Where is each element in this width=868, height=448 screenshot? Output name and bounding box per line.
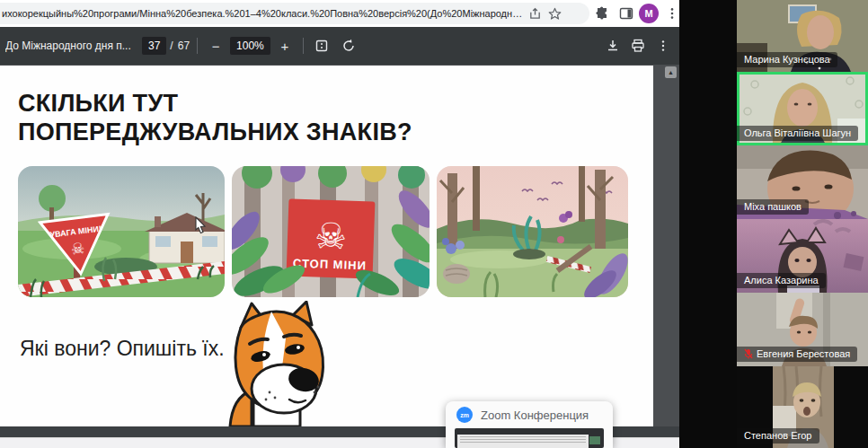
participant-tile[interactable]: Степанов Егор [737, 366, 868, 448]
download-icon[interactable] [602, 35, 624, 57]
side-panel-icon[interactable] [616, 4, 636, 23]
rotate-icon[interactable] [338, 35, 359, 57]
slide-heading: СКІЛЬКИ ТУТ ПОПЕРЕДЖУВАЛЬНИХ ЗНАКІВ? [18, 89, 412, 146]
url-text[interactable]: ихокорекцыйны%20програми/Мінна%20безпека… [0, 8, 525, 19]
mouse-cursor [193, 216, 208, 238]
participant-name-with-mute: Евгения Берестовая [737, 347, 857, 362]
page-separator: / [170, 40, 173, 52]
slide-heading-line1: СКІЛЬКИ ТУТ [18, 89, 412, 118]
participant-tile[interactable]: Алиса Казарина [737, 219, 868, 293]
participant-tile[interactable]: Евгения Берестовая [737, 293, 868, 366]
zoom-taskbar-preview[interactable]: zm Zoom Конференция [446, 401, 613, 448]
skull-crossbones-icon: ☠ [314, 215, 347, 256]
zoom-app-icon: zm [456, 407, 473, 423]
participant-name: Евгения Берестовая [757, 348, 850, 359]
zoom-out-button[interactable]: − [205, 35, 226, 57]
slide-question: Які вони? Опишіть їх. [20, 337, 225, 361]
participant-tile-active-speaker[interactable]: Ольга Віталіївна Шагун [737, 72, 868, 145]
zoom-screenshare-view: ихокорекцыйны%20програми/Мінна%20безпека… [0, 0, 868, 448]
illustration-row: УВАГА МІНИ! ☠ [0, 166, 653, 297]
slide-heading-line2: ПОПЕРЕДЖУВАЛЬНИХ ЗНАКІВ? [18, 118, 412, 146]
participant-tile[interactable]: Марина Кузнєцова [737, 0, 868, 72]
skull-icon: ☠ [70, 240, 85, 259]
zoom-in-button[interactable]: + [274, 35, 296, 57]
illustration-stop-mines-sign: ☠ СТОП МІНИ [232, 166, 430, 297]
page-number-input[interactable]: 37 [142, 37, 166, 55]
slide-page: СКІЛЬКИ ТУТ ПОПЕРЕДЖУВАЛЬНИХ ЗНАКІВ? [0, 66, 653, 426]
address-bar[interactable]: ихокорекцыйны%20програми/Мінна%20безпека… [0, 3, 589, 24]
dog-mascot [214, 301, 332, 426]
total-pages: 67 [178, 40, 190, 52]
bookmark-star-icon[interactable] [545, 4, 564, 23]
pdf-document-title: До Міжнародного дня п... [5, 40, 138, 52]
browser-toolbar: ихокорекцыйны%20програми/Мінна%20безпека… [0, 0, 679, 27]
muted-mic-icon [744, 348, 753, 359]
letterbox-gap [679, 0, 737, 448]
profile-avatar[interactable]: M [639, 4, 659, 23]
zoom-window-thumbnail[interactable] [455, 428, 604, 448]
zoom-preview-title: Zoom Конференция [481, 408, 589, 422]
illustration-forest-clearing [437, 166, 628, 297]
participant-name: Міха пашков [737, 199, 809, 215]
extensions-icon[interactable] [592, 4, 612, 23]
participant-tile[interactable]: Міха пашков [737, 145, 868, 219]
scroll-up-button[interactable]: ▲ [665, 66, 677, 78]
participant-name: Алиса Казарина [737, 273, 826, 288]
participant-name: Степанов Егор [737, 428, 819, 444]
participant-name: Марина Кузнєцова [737, 52, 837, 67]
participant-strip: Марина Кузнєцова Ольга Віталіївна Шагун [737, 0, 868, 448]
shared-screen: ихокорекцыйны%20програми/Мінна%20безпека… [0, 0, 679, 448]
pdf-scrollbar[interactable]: ▲ [653, 65, 679, 426]
pdf-viewer: СКІЛЬКИ ТУТ ПОПЕРЕДЖУВАЛЬНИХ ЗНАКІВ? [0, 65, 679, 426]
pdf-menu-icon[interactable] [652, 35, 674, 57]
share-icon[interactable] [525, 4, 545, 23]
fit-page-icon[interactable] [311, 35, 332, 57]
toolbar-divider [303, 38, 304, 54]
zoom-level-input[interactable]: 100% [230, 37, 270, 55]
pdf-toolbar: До Міжнародного дня п... 37 / 67 − 100% … [0, 27, 679, 65]
participant-name: Ольга Віталіївна Шагун [737, 126, 858, 141]
toolbar-divider [197, 38, 198, 54]
print-icon[interactable] [627, 35, 649, 57]
